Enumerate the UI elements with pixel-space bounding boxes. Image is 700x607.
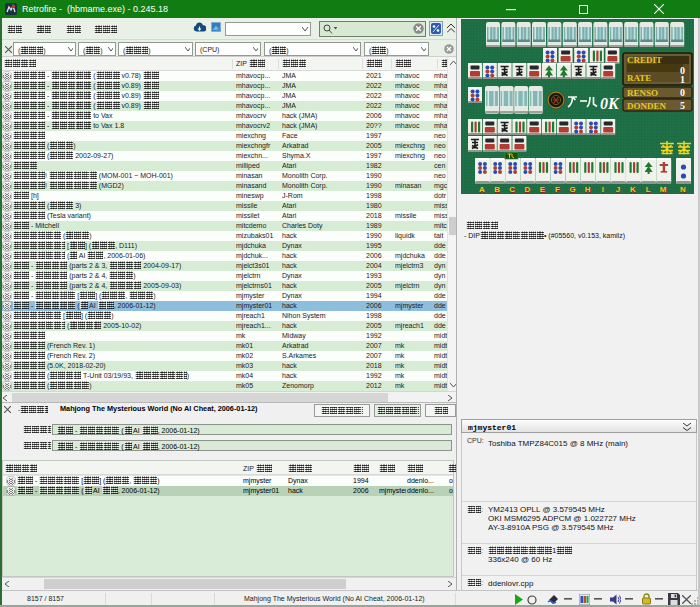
svg-text:E: E	[540, 185, 546, 194]
svg-text:D: D	[524, 185, 530, 194]
svg-text:A: A	[479, 185, 485, 194]
svg-text:0: 0	[680, 87, 685, 98]
svg-text:1: 1	[680, 74, 685, 85]
svg-text:0K: 0K	[600, 95, 620, 112]
svg-text:J: J	[616, 185, 620, 194]
svg-text:L: L	[646, 185, 651, 194]
svg-text:G: G	[569, 185, 575, 194]
svg-text:CREDIT: CREDIT	[627, 55, 662, 65]
svg-text:I: I	[602, 185, 604, 194]
svg-text:H: H	[585, 185, 591, 194]
svg-text:DONDEN: DONDEN	[627, 101, 667, 111]
svg-text:N: N	[680, 185, 686, 194]
svg-text:C: C	[509, 185, 515, 194]
svg-text:RENSO: RENSO	[627, 88, 658, 98]
svg-text:F: F	[555, 185, 560, 194]
svg-text:B: B	[494, 185, 500, 194]
svg-text:M: M	[660, 185, 667, 194]
svg-text:5: 5	[680, 100, 685, 111]
svg-text:RATE: RATE	[627, 73, 651, 83]
svg-text:K: K	[630, 185, 636, 194]
